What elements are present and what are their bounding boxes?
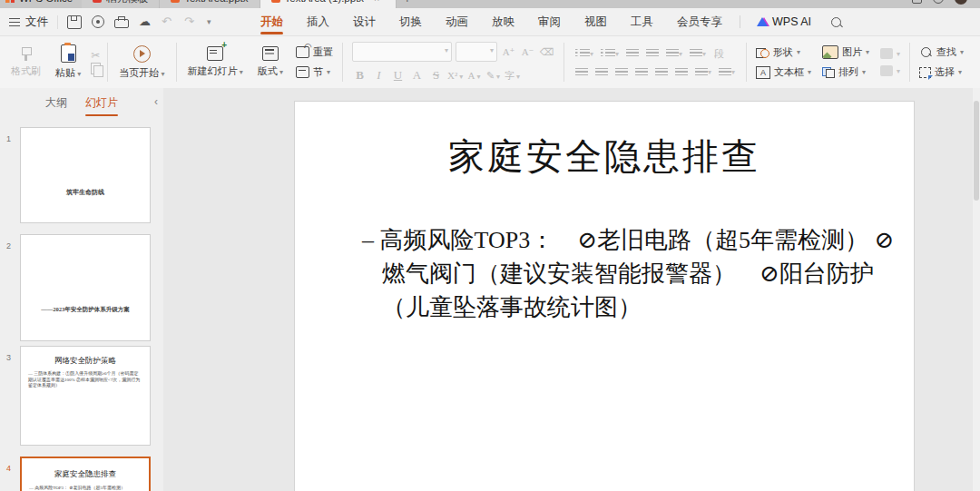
align-center-button — [593, 67, 610, 78]
text-shadow-button: A — [409, 68, 425, 83]
bold-button: B — [352, 68, 368, 83]
italic-button: I — [371, 68, 387, 83]
wps-presentation-window: WPS Office 稻壳模板 TextArea.pptx TextArea (… — [0, 0, 980, 491]
font-size-select[interactable] — [456, 42, 497, 62]
share-icon[interactable] — [92, 15, 104, 28]
tab-member[interactable]: 会员专享 — [665, 8, 734, 35]
tab-document-2-active[interactable]: TextArea (1).pptx × — [260, 0, 397, 8]
cut-icon: ✂ — [91, 51, 101, 60]
slide-thumbnail-4-selected[interactable]: 家庭安全隐患排查 — 高频风险TOP3： ⊘老旧电路（超5年需检测） — [20, 457, 151, 491]
shapes-icon — [756, 46, 769, 58]
numbering-button — [599, 48, 621, 59]
tab-animation[interactable]: 动画 — [434, 8, 480, 35]
shapes-button[interactable]: 形状 — [753, 44, 814, 61]
textbox-icon: A — [756, 66, 770, 79]
wps-ai-button[interactable]: WPS AI — [746, 15, 822, 28]
layout-icon — [262, 46, 279, 61]
wps-app-button[interactable]: WPS Office — [0, 0, 82, 8]
paste-button[interactable]: 粘贴 — [51, 42, 85, 83]
tab-view[interactable]: 视图 — [573, 8, 619, 35]
tab-slideshow[interactable]: 放映 — [480, 8, 526, 35]
reset-icon — [296, 46, 309, 58]
strikethrough-button: S — [428, 68, 444, 83]
play-icon — [133, 45, 151, 63]
layout-button[interactable]: 版式 — [253, 44, 288, 81]
decrease-font-icon: A⁻ — [520, 46, 535, 58]
find-button[interactable]: 查找 — [916, 44, 966, 61]
quick-access-toolbar — [57, 15, 229, 29]
undo-icon — [162, 16, 174, 28]
search-icon[interactable] — [831, 17, 841, 27]
window-tab-strip: WPS Office 稻壳模板 TextArea.pptx TextArea (… — [0, 0, 980, 8]
format-painter-icon — [20, 47, 32, 61]
section-button[interactable]: 节 — [293, 64, 336, 81]
slide-thumbnail-1[interactable]: 筑牢生命防线 — [20, 127, 151, 223]
tab-close-icon[interactable]: × — [374, 0, 379, 4]
tab-docer-templates[interactable]: 稻壳模板 — [82, 0, 160, 8]
tab-home[interactable]: 开始 — [249, 8, 295, 35]
picture-button[interactable]: 图片 — [819, 44, 872, 61]
print-icon[interactable] — [114, 19, 129, 28]
hamburger-menu-icon[interactable] — [9, 18, 20, 26]
fill-color-icon — [880, 48, 893, 59]
thumb1-text: 筑牢生命防线 — [21, 188, 150, 197]
slides-tab[interactable]: 幻灯片 — [78, 90, 125, 116]
slide-title[interactable]: 家庭安全隐患排查 — [295, 132, 914, 182]
highlight-button: ✎ — [485, 70, 501, 82]
current-slide[interactable]: 家庭安全隐患排查 – 高频风险TOP3： ⊘老旧电路（超5年需检测） ⊘燃气阀门… — [295, 102, 914, 491]
user-avatar[interactable] — [955, 0, 967, 5]
slide-panel: 大纲 幻灯片 ‹ 1 筑牢生命防线 2 ——2023年安全防护体系升级方案 3 … — [0, 88, 164, 491]
increase-font-icon: A⁺ — [501, 46, 516, 58]
quickbar-more-icon[interactable] — [207, 16, 220, 28]
tab-tools[interactable]: 工具 — [619, 8, 665, 35]
canvas-scrollbar[interactable] — [973, 88, 980, 491]
paragraph-settings-button: 段 — [711, 47, 727, 61]
tab-transition[interactable]: 切换 — [387, 8, 434, 35]
slide-body-text[interactable]: – 高频风险TOP3： ⊘老旧电路（超5年需检测） ⊘燃气阀门（建议安装智能报警… — [362, 223, 899, 324]
tab-insert[interactable]: 插入 — [295, 8, 341, 35]
panel-tabs: 大纲 幻灯片 ‹ — [0, 88, 163, 118]
outline-tab[interactable]: 大纲 — [38, 90, 74, 116]
tab-design[interactable]: 设计 — [341, 8, 387, 35]
align-text-button — [717, 67, 737, 78]
picture-icon — [822, 45, 838, 59]
arrange-button[interactable]: 排列 — [819, 64, 872, 81]
smartart-convert-button — [664, 48, 684, 59]
thumb4-title: 家庭安全隐患排查 — [22, 469, 149, 480]
font-name-select[interactable] — [352, 42, 452, 62]
clear-format-icon: ⌫ — [539, 46, 554, 58]
save-icon[interactable] — [67, 15, 82, 29]
align-right-button — [613, 67, 630, 78]
reset-button[interactable]: 重置 — [293, 44, 336, 61]
columns-button — [673, 67, 690, 78]
ribbon-tabs: 开始 插入 设计 切换 动画 放映 审阅 视图 工具 会员专享 — [249, 8, 734, 35]
divider — [740, 15, 740, 28]
slide-number-2: 2 — [6, 241, 11, 250]
textbox-button[interactable]: A 文本框 — [753, 64, 814, 81]
new-slide-icon — [207, 46, 223, 61]
new-slide-button[interactable]: 新建幻灯片 — [183, 44, 248, 81]
thumb3-title: 网络安全防护策略 — [21, 356, 150, 367]
slide-thumbnail-2[interactable]: ——2023年安全防护体系升级方案 — [20, 234, 151, 341]
tab-document-1[interactable]: TextArea.pptx — [160, 0, 260, 8]
scrollbar-handle[interactable] — [974, 101, 979, 201]
workspace-icon[interactable] — [912, 0, 922, 4]
slide-thumbnail-3[interactable]: 网络安全防护策略 — 三防体系构建：①防入侵升级周期≥6个月（密码需定期认证覆盖… — [20, 346, 151, 446]
wps-logo-icon — [5, 0, 15, 3]
docer-icon — [93, 0, 102, 3]
home-ribbon: 格式刷 粘贴 ✂ 当页开始 新建幻灯片 — [0, 36, 980, 89]
collapse-panel-icon[interactable]: ‹ — [154, 95, 158, 108]
select-button[interactable]: 选择 — [916, 64, 966, 81]
align-left-button — [573, 67, 590, 78]
font-color-button: A — [466, 70, 482, 81]
help-icon[interactable] — [933, 0, 944, 4]
section-icon — [296, 66, 309, 78]
cloud-sync-icon[interactable] — [139, 16, 152, 28]
ppt-file-icon — [271, 0, 280, 3]
find-icon — [921, 47, 931, 57]
play-from-current-button[interactable]: 当页开始 — [114, 43, 169, 83]
new-tab-icon[interactable]: + — [404, 0, 411, 5]
tab-review[interactable]: 审阅 — [526, 8, 573, 35]
app-title: WPS Office — [19, 0, 73, 4]
file-menu[interactable]: 文件 — [25, 15, 48, 30]
